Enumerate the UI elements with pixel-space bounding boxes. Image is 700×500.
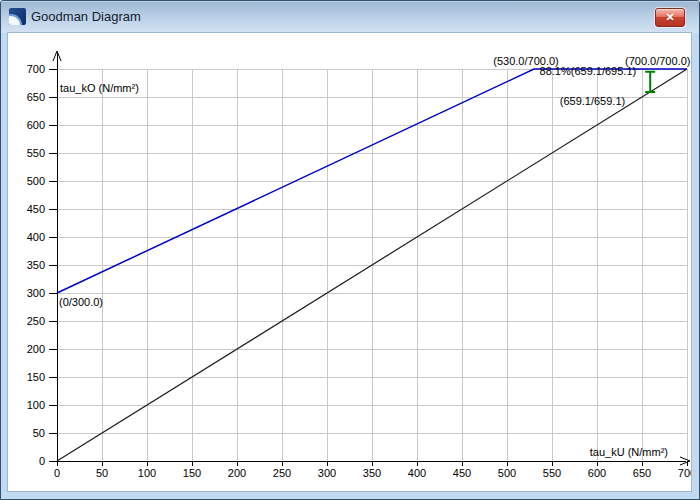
y-tick-label: 200 xyxy=(27,343,45,355)
close-icon: ✕ xyxy=(656,9,684,26)
y-axis-title: tau_kO (N/mm²) xyxy=(60,82,139,94)
y-tick-label: 650 xyxy=(27,91,45,103)
y-tick-label: 550 xyxy=(27,147,45,159)
chart-canvas: 0501001502002503003504004505005506006507… xyxy=(8,33,691,491)
close-button[interactable]: ✕ xyxy=(655,8,685,27)
y-axis-arrow xyxy=(57,51,61,61)
x-tick-label: 600 xyxy=(588,467,606,479)
title-bar[interactable]: Goodman Diagram ✕ xyxy=(1,1,699,33)
y-tick-label: 350 xyxy=(27,259,45,271)
y-tick-label: 600 xyxy=(27,119,45,131)
chart-annotation: 88.1%(659.1/695.1) xyxy=(540,65,637,77)
x-tick-label: 50 xyxy=(96,467,108,479)
y-axis-arrow xyxy=(53,51,57,61)
y-tick-label: 400 xyxy=(27,231,45,243)
x-tick-label: 550 xyxy=(543,467,561,479)
x-axis-arrow xyxy=(680,457,690,461)
y-tick-label: 500 xyxy=(27,175,45,187)
x-tick-label: 300 xyxy=(318,467,336,479)
x-tick-label: 250 xyxy=(273,467,291,479)
x-tick-label: 100 xyxy=(138,467,156,479)
x-tick-label: 150 xyxy=(183,467,201,479)
chart-annotation: (0/300.0) xyxy=(59,296,103,308)
x-tick-label: 350 xyxy=(363,467,381,479)
x-tick-label: 700 xyxy=(678,467,691,479)
y-tick-label: 150 xyxy=(27,371,45,383)
window-title: Goodman Diagram xyxy=(31,9,141,24)
x-axis-title: tau_kU (N/mm²) xyxy=(590,446,668,458)
chart-annotation: (700.0/700.0) xyxy=(625,55,690,67)
x-tick-label: 400 xyxy=(408,467,426,479)
y-tick-label: 50 xyxy=(33,427,45,439)
y-tick-label: 0 xyxy=(39,455,45,467)
x-tick-label: 500 xyxy=(498,467,516,479)
y-tick-label: 700 xyxy=(27,63,45,75)
y-tick-label: 100 xyxy=(27,399,45,411)
app-logo-icon xyxy=(9,8,26,25)
goodman-chart: 0501001502002503003504004505005506006507… xyxy=(8,33,691,491)
y-tick-label: 450 xyxy=(27,203,45,215)
x-axis-arrow xyxy=(680,461,690,465)
y-tick-label: 300 xyxy=(27,287,45,299)
y-tick-label: 250 xyxy=(27,315,45,327)
x-tick-label: 450 xyxy=(453,467,471,479)
goodman-diagram-window: Goodman Diagram ✕ 0501001502002503003504… xyxy=(0,0,700,500)
chart-annotation: (659.1/659.1) xyxy=(560,95,625,107)
stroke-marker xyxy=(645,72,655,92)
x-tick-label: 650 xyxy=(633,467,651,479)
x-tick-label: 200 xyxy=(228,467,246,479)
x-tick-label: 0 xyxy=(54,467,60,479)
